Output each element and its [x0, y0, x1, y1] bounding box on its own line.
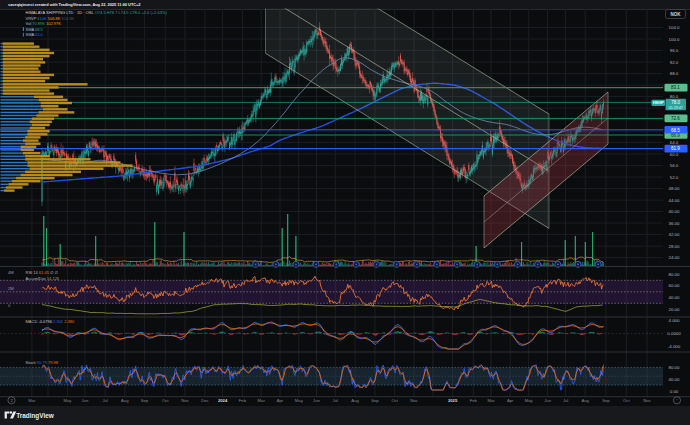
svg-text:Nov: Nov: [410, 398, 418, 403]
svg-text:80.00: 80.00: [669, 365, 681, 370]
svg-text:Jul: Jul: [333, 398, 338, 403]
svg-text:Accum/Dist 14.126: Accum/Dist 14.126: [26, 276, 60, 281]
svg-text:Feb: Feb: [470, 398, 478, 403]
svg-text:88.0: 88.0: [670, 71, 679, 76]
svg-text:HSHP: HSHP: [653, 100, 664, 105]
svg-text:MACD -0.0796 2.301 2.380: MACD -0.0796 2.301 2.380: [26, 319, 75, 324]
svg-text:TradingView: TradingView: [16, 412, 54, 420]
svg-text:saveqiqinvest created with Tra: saveqiqinvest created with TradingView.c…: [8, 2, 141, 7]
svg-text:Apr: Apr: [507, 398, 514, 403]
svg-text:Oct: Oct: [391, 398, 398, 403]
svg-text:104.0: 104.0: [669, 25, 681, 30]
svg-text:92.0: 92.0: [670, 60, 679, 65]
svg-text:May: May: [525, 398, 534, 403]
svg-text:60.00: 60.00: [669, 283, 681, 288]
svg-text:Aug: Aug: [581, 398, 589, 403]
svg-text:60.0: 60.0: [670, 152, 679, 157]
svg-text:2025: 2025: [448, 398, 458, 403]
svg-text:44.00: 44.00: [669, 198, 681, 203]
svg-text:36.00: 36.00: [669, 221, 681, 226]
svg-text:2M: 2M: [8, 286, 14, 291]
svg-text:Aug: Aug: [121, 398, 129, 403]
svg-text:2024: 2024: [218, 398, 228, 403]
svg-text:40.00: 40.00: [669, 209, 681, 214]
svg-text:78.0: 78.0: [671, 100, 680, 105]
svg-text:0.00: 0.00: [670, 389, 679, 394]
svg-text:Vol 70.89K 102.97K: Vol 70.89K 102.97K: [26, 21, 62, 26]
svg-text:72.6: 72.6: [671, 116, 680, 121]
svg-text:80.00: 80.00: [669, 272, 681, 277]
svg-text:61.9: 61.9: [671, 146, 680, 151]
svg-text:32.00: 32.00: [669, 232, 681, 237]
svg-text:96.0: 96.0: [670, 48, 679, 53]
svg-text:VRVP 410K 506.8K 916.8K: VRVP 410K 506.8K 916.8K: [26, 16, 75, 21]
svg-text:Jun: Jun: [544, 398, 551, 403]
svg-text:100.0: 100.0: [669, 37, 681, 42]
svg-text:HIMALAYA SHIPPING LTD · 1D · O: HIMALAYA SHIPPING LTD · 1D · OSL O74.5 H…: [26, 10, 168, 15]
svg-text:Aug: Aug: [351, 398, 359, 403]
svg-text:Jun: Jun: [313, 398, 320, 403]
svg-text:Dec: Dec: [201, 398, 208, 403]
svg-text:May: May: [63, 398, 72, 403]
svg-text:4.000: 4.000: [669, 318, 681, 323]
svg-text:Mar: Mar: [28, 398, 36, 403]
svg-text:20.00: 20.00: [669, 307, 681, 312]
svg-text:83.1: 83.1: [671, 85, 680, 90]
svg-text:Feb: Feb: [239, 398, 247, 403]
svg-text:Mar: Mar: [487, 398, 495, 403]
svg-text:NOK: NOK: [671, 12, 682, 17]
svg-text:Jul: Jul: [103, 398, 108, 403]
svg-text:80.0: 80.0: [670, 94, 679, 99]
svg-text:28.00: 28.00: [669, 244, 681, 249]
svg-text:Jul: Jul: [563, 398, 568, 403]
svg-text:Stoch 90.79 79.98: Stoch 90.79 79.98: [26, 360, 59, 365]
svg-text:Mar: Mar: [258, 398, 266, 403]
svg-text:-4.000: -4.000: [668, 344, 681, 349]
svg-text:Oct: Oct: [162, 398, 169, 403]
svg-text:Apr: Apr: [277, 398, 284, 403]
svg-text:40.00: 40.00: [669, 377, 681, 382]
svg-text:Sep: Sep: [371, 398, 379, 403]
svg-text:Jun: Jun: [82, 398, 89, 403]
svg-text:4M: 4M: [8, 270, 14, 275]
svg-text:SMA 62.0: SMA 62.0: [26, 32, 44, 37]
svg-text:May: May: [295, 398, 304, 403]
svg-text:48.00: 48.00: [669, 186, 681, 191]
svg-text:0.0000: 0.0000: [667, 331, 681, 336]
svg-text:56.0: 56.0: [670, 163, 679, 168]
svg-text:RSI 14 61.05 ∅ ∅: RSI 14 61.05 ∅ ∅: [26, 270, 59, 275]
svg-text:52.0: 52.0: [670, 175, 679, 180]
svg-text:SMA 68.5: SMA 68.5: [26, 27, 44, 32]
svg-text:Nov: Nov: [643, 398, 651, 403]
svg-text:64.0: 64.0: [670, 140, 679, 145]
svg-text:Nov: Nov: [181, 398, 189, 403]
svg-text:05:29:47: 05:29:47: [669, 106, 683, 110]
svg-text:40.00: 40.00: [669, 295, 681, 300]
svg-text:Sep: Sep: [141, 398, 149, 403]
svg-text:Oct: Oct: [623, 398, 630, 403]
svg-text:Sep: Sep: [602, 398, 610, 403]
svg-text:68.5: 68.5: [671, 128, 680, 133]
svg-text:24.00: 24.00: [669, 255, 681, 260]
